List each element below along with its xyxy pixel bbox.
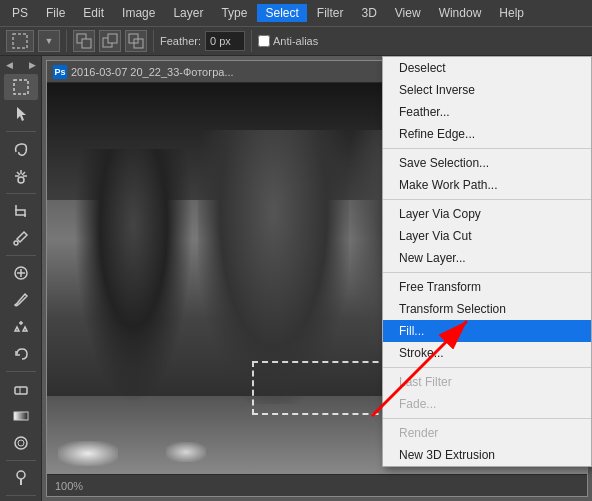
svg-rect-0 bbox=[13, 34, 27, 48]
svg-point-23 bbox=[18, 440, 24, 446]
svg-point-22 bbox=[15, 437, 27, 449]
left-panel: ◀▶ bbox=[0, 56, 42, 501]
tool-magic-wand[interactable] bbox=[4, 163, 38, 189]
menu-item-make-work-path[interactable]: Make Work Path... bbox=[383, 174, 591, 196]
add-mode-btn[interactable] bbox=[73, 30, 95, 52]
menu-separator bbox=[383, 367, 591, 368]
divider-2 bbox=[153, 30, 154, 52]
menu-layer[interactable]: Layer bbox=[165, 4, 211, 22]
svg-rect-19 bbox=[15, 387, 27, 394]
menu-item-fade: Fade... bbox=[383, 393, 591, 415]
menubar: PS File Edit Image Layer Type Select Fil… bbox=[0, 0, 592, 26]
menu-separator bbox=[383, 272, 591, 273]
menu-image[interactable]: Image bbox=[114, 4, 163, 22]
canvas-area: Ps 2016-03-07 20_22_33-Фотогра... _ □ ✕ bbox=[42, 56, 592, 501]
divider-1 bbox=[66, 30, 67, 52]
tool-heal[interactable] bbox=[4, 260, 38, 286]
tool-brush[interactable] bbox=[4, 287, 38, 313]
select-tool-icon[interactable] bbox=[6, 30, 34, 52]
subtract-mode-btn[interactable] bbox=[99, 30, 121, 52]
tool-history-brush[interactable] bbox=[4, 341, 38, 367]
tool-divider-1 bbox=[6, 131, 36, 132]
menu-separator bbox=[383, 199, 591, 200]
svg-point-15 bbox=[14, 241, 18, 245]
menu-select[interactable]: Select bbox=[257, 4, 306, 22]
svg-marker-8 bbox=[17, 107, 26, 121]
panel-toggle[interactable]: ◀▶ bbox=[2, 60, 40, 70]
menu-item-select-inverse[interactable]: Select Inverse bbox=[383, 79, 591, 101]
menu-item-new-layer[interactable]: New Layer... bbox=[383, 247, 591, 269]
tool-crop[interactable] bbox=[4, 198, 38, 224]
divider-3 bbox=[251, 30, 252, 52]
svg-rect-21 bbox=[14, 412, 28, 420]
menu-edit[interactable]: Edit bbox=[75, 4, 112, 22]
workspace: ◀▶ bbox=[0, 56, 592, 501]
menu-separator bbox=[383, 418, 591, 419]
menu-separator bbox=[383, 148, 591, 149]
menu-filter[interactable]: Filter bbox=[309, 4, 352, 22]
menu-item-new-3d-extrusion[interactable]: New 3D Extrusion bbox=[383, 444, 591, 466]
doc-icon: Ps bbox=[53, 65, 67, 79]
feather-input[interactable] bbox=[205, 31, 245, 51]
svg-point-14 bbox=[18, 177, 24, 183]
svg-rect-4 bbox=[108, 34, 117, 43]
menu-ps[interactable]: PS bbox=[4, 4, 36, 22]
tool-mode-dropdown[interactable]: ▼ bbox=[38, 30, 60, 52]
tool-lasso[interactable] bbox=[4, 136, 38, 162]
tool-blur[interactable] bbox=[4, 430, 38, 456]
tool-gradient[interactable] bbox=[4, 403, 38, 429]
svg-point-24 bbox=[17, 471, 25, 479]
tool-move[interactable] bbox=[4, 101, 38, 127]
select-dropdown-menu: DeselectSelect InverseFeather...Refine E… bbox=[382, 56, 592, 467]
menu-file[interactable]: File bbox=[38, 4, 73, 22]
menu-item-layer-via-cut[interactable]: Layer Via Cut bbox=[383, 225, 591, 247]
svg-line-13 bbox=[22, 172, 25, 175]
tool-divider-3 bbox=[6, 255, 36, 256]
menu-item-last-filter: Last Filter bbox=[383, 371, 591, 393]
tool-divider-4 bbox=[6, 371, 36, 372]
menu-item-deselect[interactable]: Deselect bbox=[383, 57, 591, 79]
tool-divider-2 bbox=[6, 193, 36, 194]
antialias-checkbox[interactable] bbox=[258, 35, 270, 47]
tool-eyedropper[interactable] bbox=[4, 225, 38, 251]
menu-item-stroke[interactable]: Stroke... bbox=[383, 342, 591, 364]
intersect-mode-btn[interactable] bbox=[125, 30, 147, 52]
menu-item-refine-edge[interactable]: Refine Edge... bbox=[383, 123, 591, 145]
tool-dodge[interactable] bbox=[4, 465, 38, 491]
svg-rect-7 bbox=[14, 80, 28, 94]
menu-item-render: Render bbox=[383, 422, 591, 444]
tool-marquee[interactable] bbox=[4, 74, 38, 100]
tool-divider-5 bbox=[6, 460, 36, 461]
menu-type[interactable]: Type bbox=[213, 4, 255, 22]
menu-help[interactable]: Help bbox=[491, 4, 532, 22]
feather-label: Feather: bbox=[160, 35, 201, 47]
svg-rect-2 bbox=[82, 39, 91, 48]
menu-item-feather[interactable]: Feather... bbox=[383, 101, 591, 123]
tool-eraser[interactable] bbox=[4, 376, 38, 402]
menu-3d[interactable]: 3D bbox=[353, 4, 384, 22]
toolbar: ▼ Feather: Anti-alias bbox=[0, 26, 592, 56]
tool-group-select: T bbox=[0, 74, 41, 501]
doc-statusbar: 100% bbox=[47, 474, 587, 496]
menu-item-layer-via-copy[interactable]: Layer Via Copy bbox=[383, 203, 591, 225]
menu-item-fill[interactable]: Fill... bbox=[383, 320, 591, 342]
antialias-label[interactable]: Anti-alias bbox=[258, 35, 318, 47]
menu-window[interactable]: Window bbox=[431, 4, 490, 22]
menu-item-free-transform[interactable]: Free Transform bbox=[383, 276, 591, 298]
menu-item-transform-selection[interactable]: Transform Selection bbox=[383, 298, 591, 320]
svg-line-12 bbox=[17, 172, 20, 175]
menu-item-save-selection[interactable]: Save Selection... bbox=[383, 152, 591, 174]
tool-clone[interactable] bbox=[4, 314, 38, 340]
zoom-level: 100% bbox=[55, 480, 83, 492]
tool-divider-6 bbox=[6, 495, 36, 496]
menu-view[interactable]: View bbox=[387, 4, 429, 22]
